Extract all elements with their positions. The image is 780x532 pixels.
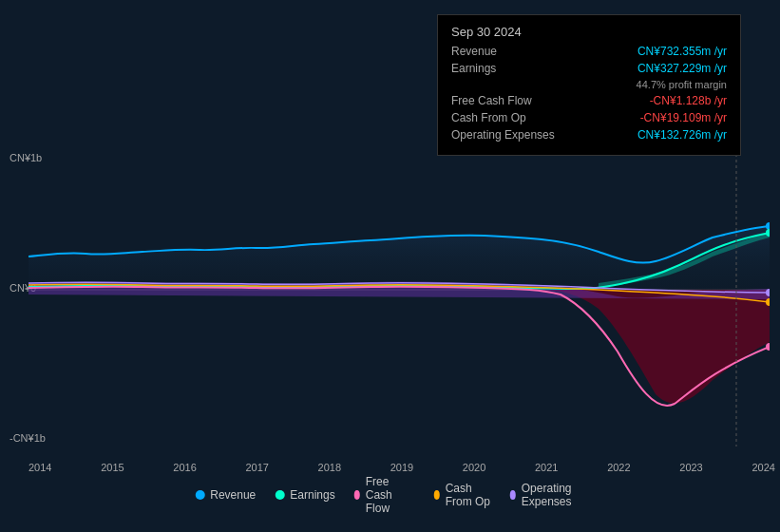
legend-item-fcf[interactable]: Free Cash Flow: [354, 475, 415, 515]
tooltip-label-revenue: Revenue: [451, 45, 565, 58]
legend-label-cashfromop: Cash From Op: [446, 482, 491, 508]
x-label-2023: 2023: [679, 462, 702, 473]
x-label-2020: 2020: [463, 462, 485, 473]
legend-item-opex[interactable]: Operating Expenses: [510, 482, 585, 508]
tooltip-value-earnings: CN¥327.229m /yr: [637, 62, 727, 75]
chart-svg: [29, 142, 770, 446]
legend-label-revenue: Revenue: [210, 488, 256, 502]
tooltip-row-cashfromop: Cash From Op -CN¥19.109m /yr: [451, 111, 727, 124]
tooltip-row-earnings: Earnings CN¥327.229m /yr: [451, 62, 727, 75]
tooltip-row-fcf: Free Cash Flow -CN¥1.128b /yr: [451, 94, 727, 107]
legend-dot-fcf: [354, 490, 360, 500]
tooltip-value-fcf: -CN¥1.128b /yr: [650, 94, 727, 107]
tooltip-value-cashfromop: -CN¥19.109m /yr: [640, 111, 727, 124]
legend-item-earnings[interactable]: Earnings: [275, 488, 334, 502]
tooltip-value-opex: CN¥132.726m /yr: [637, 128, 727, 142]
x-label-2014: 2014: [29, 462, 51, 473]
chart-legend: Revenue Earnings Free Cash Flow Cash Fro…: [195, 475, 585, 515]
x-axis: 2014 2015 2016 2017 2018 2019 2020 2021 …: [29, 462, 775, 473]
tooltip: Sep 30 2024 Revenue CN¥732.355m /yr Earn…: [437, 14, 741, 156]
legend-item-cashfromop[interactable]: Cash From Op: [434, 482, 491, 508]
legend-label-opex: Operating Expenses: [522, 482, 585, 508]
legend-dot-opex: [510, 490, 516, 500]
legend-dot-revenue: [195, 490, 204, 500]
tooltip-row-opex: Operating Expenses CN¥132.726m /yr: [451, 128, 727, 142]
legend-dot-cashfromop: [434, 490, 440, 500]
tooltip-value-revenue: CN¥732.355m /yr: [637, 45, 727, 58]
legend-label-fcf: Free Cash Flow: [366, 475, 415, 515]
svg-point-4: [766, 343, 770, 351]
x-label-2024: 2024: [751, 462, 774, 473]
tooltip-label-cashfromop: Cash From Op: [451, 111, 565, 124]
x-label-2018: 2018: [318, 462, 341, 473]
chart-container: Sep 30 2024 Revenue CN¥732.355m /yr Earn…: [0, 0, 780, 532]
legend-item-revenue[interactable]: Revenue: [195, 488, 256, 502]
x-label-2021: 2021: [535, 462, 558, 473]
tooltip-date: Sep 30 2024: [451, 25, 727, 39]
tooltip-value-margin: 44.7% profit margin: [637, 79, 727, 90]
tooltip-row-margin: 44.7% profit margin: [451, 79, 727, 90]
tooltip-label-fcf: Free Cash Flow: [451, 94, 565, 107]
x-label-2019: 2019: [390, 462, 413, 473]
tooltip-row-revenue: Revenue CN¥732.355m /yr: [451, 45, 727, 58]
legend-dot-earnings: [275, 490, 284, 500]
x-label-2016: 2016: [173, 462, 196, 473]
tooltip-label-earnings: Earnings: [451, 62, 565, 75]
tooltip-label-opex: Operating Expenses: [451, 128, 565, 142]
tooltip-label-margin: [451, 79, 565, 90]
x-label-2022: 2022: [607, 462, 630, 473]
legend-label-earnings: Earnings: [290, 488, 334, 502]
x-label-2015: 2015: [101, 462, 124, 473]
x-label-2017: 2017: [245, 462, 268, 473]
